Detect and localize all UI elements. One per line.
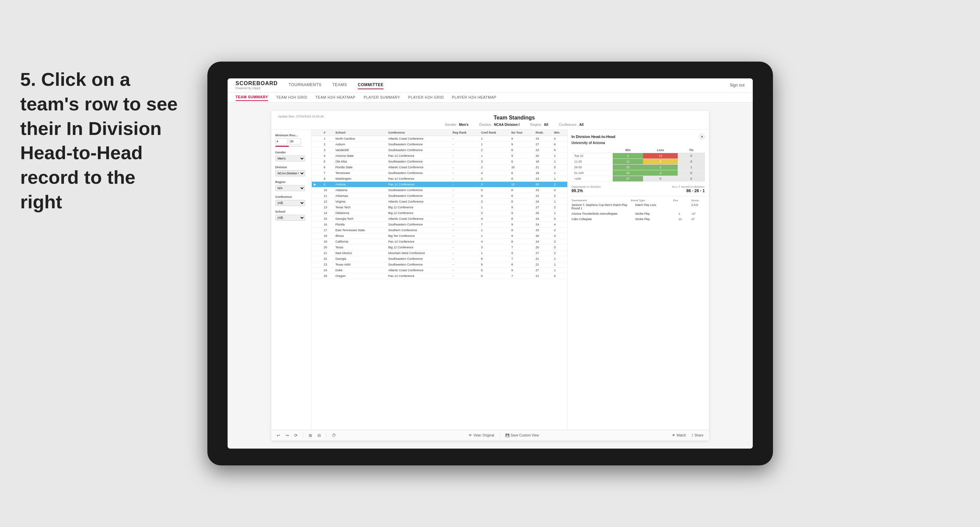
col-rnds[interactable]: Rnds xyxy=(534,130,552,136)
row-rnds: 24 xyxy=(534,222,552,227)
conference-select[interactable]: (All) xyxy=(275,200,305,206)
col-no-tour[interactable]: No Tour xyxy=(509,130,534,136)
row-num: 11 xyxy=(322,193,334,199)
col-conference[interactable]: Conference xyxy=(386,130,450,136)
nav-link-tournaments[interactable]: TOURNAMENTS xyxy=(288,81,321,89)
row-num: 21 xyxy=(322,250,334,256)
row-school: Arizona State xyxy=(333,153,386,159)
row-win: 1 xyxy=(552,268,567,273)
school-select[interactable]: (All) xyxy=(275,215,305,221)
max-rounds-input[interactable] xyxy=(289,138,301,144)
tournament-name: Arizona Thunderbirds Intercollegiate xyxy=(572,212,633,215)
row-rnds: 21 xyxy=(534,273,552,279)
arrow-col xyxy=(312,233,322,239)
region-select[interactable]: N/A xyxy=(275,185,305,191)
row-conf-rank: 7 xyxy=(479,222,509,227)
watch-button[interactable]: 👁 Watch xyxy=(672,433,686,437)
min-rounds-input[interactable] xyxy=(275,138,288,144)
sub-nav-team-summary[interactable]: TEAM SUMMARY xyxy=(235,94,268,101)
row-num: 4 xyxy=(322,153,334,159)
row-win: 1 xyxy=(552,210,567,216)
col-num[interactable]: # xyxy=(322,130,334,136)
copy-button[interactable]: ⊞ xyxy=(309,433,312,438)
table-row[interactable]: 8 Washington Pac-12 Conference - 2 8 23 … xyxy=(312,176,567,182)
sub-nav-player-summary[interactable]: PLAYER SUMMARY xyxy=(364,94,400,101)
table-row[interactable]: 16 Florida Southeastern Conference - 7 9… xyxy=(312,222,567,227)
row-no-tour: 7 xyxy=(509,273,534,279)
table-row[interactable]: 19 California Pac-12 Conference - 4 8 24… xyxy=(312,239,567,244)
table-row[interactable]: 4 Arizona State Pac-12 Conference - 1 9 … xyxy=(312,153,567,159)
table-row[interactable]: 17 East Tennessee State Southern Confere… xyxy=(312,227,567,233)
table-row[interactable]: 22 Georgia Southeastern Conference - 8 7… xyxy=(312,256,567,262)
nav-link-committee[interactable]: COMMITTEE xyxy=(358,81,384,89)
col-reg-rank[interactable]: Reg Rank xyxy=(450,130,479,136)
table-row[interactable]: 1 North Carolina Atlantic Coast Conferen… xyxy=(312,136,567,142)
row-num: 17 xyxy=(322,227,334,233)
share-icon: ⤴ xyxy=(692,433,693,437)
table-row[interactable]: 10 Alabama Southeastern Conference - 5 8… xyxy=(312,187,567,193)
table-row[interactable]: 24 Duke Atlantic Coast Conference - 5 9 … xyxy=(312,268,567,273)
save-custom-view-button[interactable]: 💾 Save Custom View xyxy=(505,433,539,437)
row-rnds: 21 xyxy=(534,256,552,262)
table-row[interactable]: 11 Arkansas Southeastern Conference - 6 … xyxy=(312,193,567,199)
row-conf-rank: 2 xyxy=(479,210,509,216)
table-row[interactable]: 21 New Mexico Mountain West Conference -… xyxy=(312,250,567,256)
redo-button[interactable]: ↪ xyxy=(285,433,289,438)
table-row[interactable]: 12 Virginia Atlantic Coast Conference - … xyxy=(312,199,567,205)
tournament-row: Arizona Thunderbirds Intercollegiate Str… xyxy=(572,212,705,215)
table-row[interactable]: 13 Texas Tech Big 12 Conference - 1 9 27… xyxy=(312,205,567,210)
filter-row: Gender: Men's Division: NCAA Division I … xyxy=(326,123,702,127)
row-no-tour: 9 xyxy=(509,233,534,239)
row-no-tour: 8 xyxy=(509,193,534,199)
undo-button[interactable]: ↩ xyxy=(277,433,280,438)
sub-nav-player-h2h-heatmap[interactable]: PLAYER H2H HEATMAP xyxy=(452,94,496,101)
row-conference: Mountain West Conference xyxy=(386,250,450,256)
col-win[interactable]: Win xyxy=(552,130,567,136)
table-row[interactable]: 2 Auburn Southeastern Conference - 1 9 2… xyxy=(312,142,567,148)
table-row[interactable]: ▶ 9 Arizona Pac-12 Conference - 3 10 30 … xyxy=(312,182,567,187)
row-conf-rank: 9 xyxy=(479,262,509,268)
table-row[interactable]: 3 Vanderbilt Southeastern Conference - 2… xyxy=(312,148,567,153)
row-conf-rank: 5 xyxy=(479,268,509,273)
table-row[interactable]: 23 Texas A&M Southeastern Conference - 9… xyxy=(312,262,567,268)
h2h-win: 11 xyxy=(613,159,643,165)
share-button[interactable]: ⤴ Share xyxy=(692,433,703,437)
arrow-col xyxy=(312,244,322,250)
row-win: 2 xyxy=(552,193,567,199)
sub-nav-team-h2h-heatmap[interactable]: TEAM H2H HEATMAP xyxy=(315,94,355,101)
col-conf-rank[interactable]: Conf Rank xyxy=(479,130,509,136)
clock-button[interactable]: ⏱ xyxy=(332,433,336,438)
gender-select[interactable]: Men's xyxy=(275,156,305,162)
tournament-event: Stroke Play xyxy=(635,217,676,221)
h2h-grid: Win Loss Tie Top 10 3 13 0 11-25 11 8 0 … xyxy=(572,148,705,182)
row-school: Florida State xyxy=(333,165,386,170)
history-button[interactable]: ⟳ xyxy=(294,433,298,438)
division-select[interactable]: NCAA Division I xyxy=(275,170,305,176)
row-conference: Southeastern Conference xyxy=(386,262,450,268)
table-row[interactable]: 15 Georgia Tech Atlantic Coast Conferenc… xyxy=(312,216,567,222)
table-row[interactable]: 5 Ole Miss Southeastern Conference - 3 6… xyxy=(312,159,567,165)
sub-nav-team-h2h-grid[interactable]: TEAM H2H GRID xyxy=(276,94,307,101)
opponents-row: Opponents in division: 99.1% W-L-T recor… xyxy=(572,185,705,193)
sub-nav-player-h2h-grid[interactable]: PLAYER H2H GRID xyxy=(408,94,444,101)
table-row[interactable]: 25 Oregon Pac-12 Conference - 5 7 21 0 xyxy=(312,273,567,279)
rounds-slider[interactable] xyxy=(275,146,302,147)
table-row[interactable]: 7 Tennessee Southeastern Conference - 4 … xyxy=(312,170,567,176)
sign-out-link[interactable]: Sign out xyxy=(730,83,745,87)
h2h-row: 11-25 11 8 0 xyxy=(572,159,705,165)
h2h-loss: 3 xyxy=(643,170,678,176)
table-row[interactable]: 6 Florida State Atlantic Coast Conferenc… xyxy=(312,165,567,170)
paste-button[interactable]: ⊟ xyxy=(317,433,321,438)
table-row[interactable]: 18 Illinois Big Ten Conference - 1 9 26 … xyxy=(312,233,567,239)
col-school[interactable]: School xyxy=(333,130,386,136)
h2h-close-button[interactable]: ✕ xyxy=(699,133,705,140)
row-conf-rank: 1 xyxy=(479,250,509,256)
main-content: Update time: 27/03/2024 15:56:26 Team St… xyxy=(228,103,753,449)
row-school: East Tennessee State xyxy=(333,227,386,233)
arrow-col xyxy=(312,187,322,193)
table-row[interactable]: 14 Oklahoma Big 12 Conference - 2 9 26 1 xyxy=(312,210,567,216)
row-conf-rank: 5 xyxy=(479,273,509,279)
view-original-button[interactable]: 👁 View: Original xyxy=(469,433,494,437)
nav-link-teams[interactable]: TEAMS xyxy=(332,81,347,89)
table-row[interactable]: 20 Texas Big 12 Conference - 3 7 20 0 xyxy=(312,244,567,250)
